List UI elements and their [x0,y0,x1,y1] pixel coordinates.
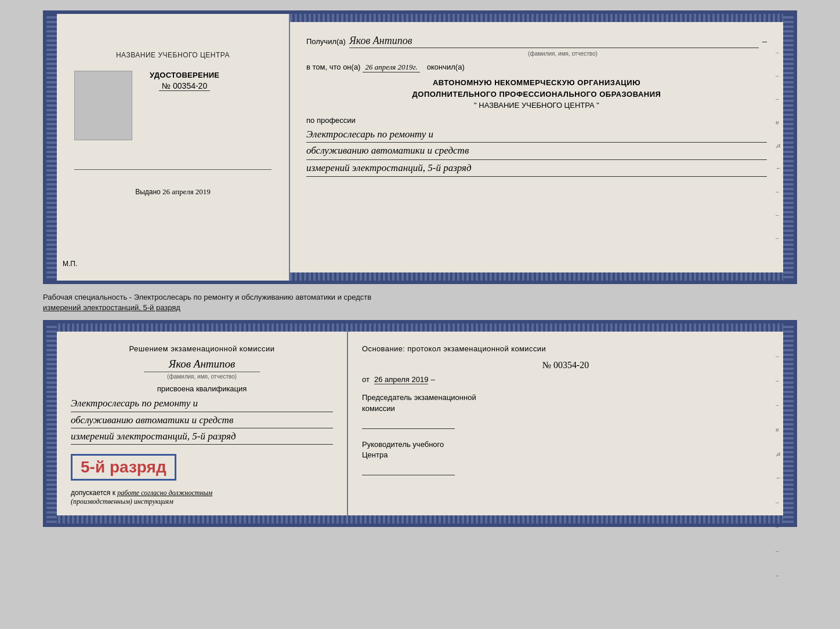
profession-line2: обслуживанию автоматики и средств [306,143,767,160]
rukovoditel-sign-line [362,465,455,475]
doc-right-panel: Получил(а) Яков Антипов – (фамилия, имя,… [290,14,794,281]
po-professii: по профессии [306,116,767,125]
texture-right [783,14,794,281]
poluchil-name: Яков Антипов [349,35,759,48]
doc-bottom-right: Основание: протокол экзаменационной коми… [348,323,794,523]
dash-decor: – [762,36,767,46]
vtom-date: 26 апреля 2019г. [363,63,419,72]
predsedatel-label: Председатель экзаменационной комиссии [362,392,769,413]
rukovoditel-line2: Центра [362,450,388,459]
vydano-line: Выдано 26 апреля 2019 [135,176,211,197]
texture-right-bottom [783,323,794,523]
osnovaniye-label: Основание: протокол экзаменационной коми… [362,344,769,353]
doc-bottom-left: Решением экзаменационной комиссии Яков А… [46,323,348,523]
udostoverenie-number: № 00354-20 [159,81,210,91]
protocol-number: № 00354-20 [362,360,769,370]
predsedatel-sign-line [362,419,455,429]
org-block: АВТОНОМНУЮ НЕКОММЕРЧЕСКУЮ ОРГАНИЗАЦИЮ ДО… [306,77,767,111]
vtom-line: в том, что он(а) 26 апреля 2019г. окончи… [306,63,767,72]
predsedatel-block: Председатель экзаменационной комиссии [362,392,769,428]
doc-left-inner: НАЗВАНИЕ УЧЕБНОГО ЦЕНТРА УДОСТОВЕРЕНИЕ №… [68,39,277,208]
okonchil-label: окончил(а) [427,63,465,71]
mp-label: М.П. [63,260,77,268]
qual-line2: обслуживанию автоматики и средств [71,412,333,428]
org-line2: ДОПОЛНИТЕЛЬНОГО ПРОФЕССИОНАЛЬНОГО ОБРАЗО… [306,89,767,100]
side-dashes: – – – и ,а ← – – – [776,49,782,241]
dopuskaetsya-text2: (производственным) инструкциям [71,497,173,506]
rukovoditel-label: Руководитель учебного Центра [362,439,769,460]
top-document: НАЗВАНИЕ УЧЕБНОГО ЦЕНТРА УДОСТОВЕРЕНИЕ №… [43,10,797,284]
center-name-label: НАЗВАНИЕ УЧЕБНОГО ЦЕНТРА [116,51,230,59]
doc-right-inner: Получил(а) Яков Антипов – (фамилия, имя,… [306,27,767,177]
poluchil-line: Получил(а) Яков Антипов – [306,35,767,48]
dash-right: – [430,375,435,384]
doc-bottom-right-inner: Основание: протокол экзаменационной коми… [362,336,769,475]
predsedatel-line1: Председатель экзаменационной [362,393,476,402]
org-line3: " НАЗВАНИЕ УЧЕБНОГО ЦЕНТРА " [306,100,767,111]
fio-caption2: (фамилия, имя, отчество) [144,372,260,380]
qual-line3: измерений электростанций, 5-й разряд [71,428,333,445]
ot-date: 26 апреля 2019 [374,375,429,384]
dopuskaetsya-label: допускается к [71,489,115,497]
profession-line3: измерений электростанций, 5-й разряд [306,160,767,177]
rukovoditel-line1: Руководитель учебного [362,440,444,449]
dopuskaetsya-line: допускается к работе согласно должностны… [71,489,333,506]
vydano-label: Выдано [135,188,161,196]
ot-line: от 26 апреля 2019 – [362,375,769,384]
name-handwritten: Яков Антипов [71,358,333,370]
prisvoena: присвоена квалификация [71,384,333,393]
texture-left-bottom [46,323,57,523]
razryad-badge: 5-й разряд [71,454,176,481]
profession-line1: Электрослесарь по ремонту и [306,126,767,143]
side-dashes-bottom: – – – и ,а ← – – – – [776,352,782,579]
poluchil-label: Получил(а) [306,37,346,46]
texture-left [46,14,57,281]
photo-row: УДОСТОВЕРЕНИЕ № 00354-20 [74,71,271,158]
doc-bottom-left-inner: Решением экзаменационной комиссии Яков А… [71,336,333,506]
qual-line1: Электрослесарь по ремонту и [71,395,333,412]
bottom-document: Решением экзаменационной комиссии Яков А… [43,320,797,527]
between-label: Рабочая специальность - Электрослесарь п… [43,290,797,314]
doc-left-panel: НАЗВАНИЕ УЧЕБНОГО ЦЕНТРА УДОСТОВЕРЕНИЕ №… [46,14,290,281]
udostoverenie-title: УДОСТОВЕРЕНИЕ [150,71,219,79]
vtom-label: в том, что он(а) [306,63,360,71]
rukovoditel-block: Руководитель учебного Центра [362,439,769,475]
org-line1: АВТОНОМНУЮ НЕКОММЕРЧЕСКУЮ ОРГАНИЗАЦИЮ [306,77,767,89]
between-text-line2: измерений электростанций, 5-й разряд [43,303,180,312]
vydano-date: 26 апреля 2019 [162,187,211,196]
ot-label: от [362,375,370,384]
dopuskaetsya-text: работе согласно должностным [117,489,212,497]
photo-placeholder [74,71,132,140]
predsedatel-line2: комиссии [362,404,395,413]
udostoverenie-block: УДОСТОВЕРЕНИЕ № 00354-20 [150,71,219,91]
between-text-line1: Рабочая специальность - Электрослесарь п… [43,293,371,301]
resheniye-title: Решением экзаменационной комиссии [71,344,333,353]
fio-caption: (фамилия, имя, отчество) [359,50,767,57]
